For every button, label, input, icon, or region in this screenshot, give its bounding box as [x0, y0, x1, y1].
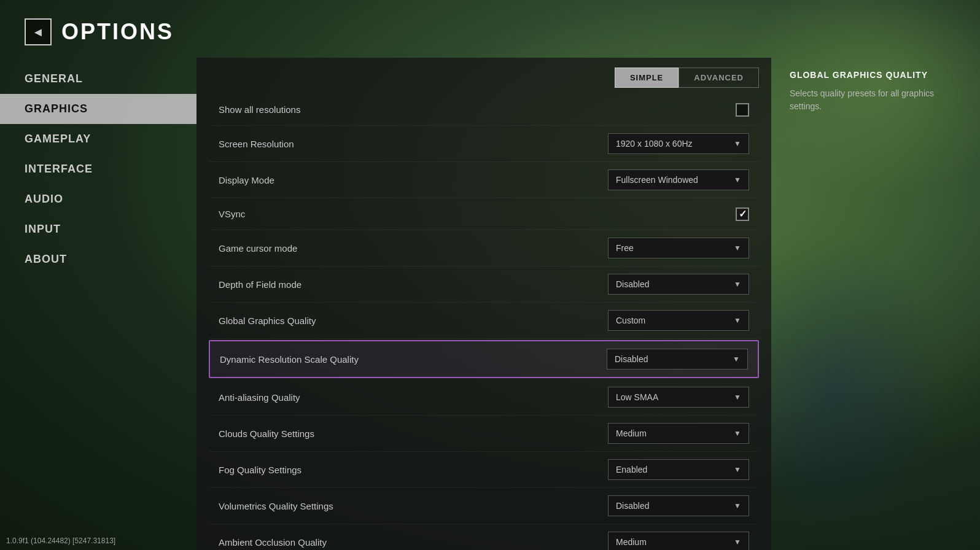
tab-bar: SIMPLE ADVANCED — [196, 58, 771, 88]
setting-row-fog-quality-settings: Fog Quality Settings Enabled ▼ — [209, 452, 759, 488]
page-title: OPTIONS — [61, 19, 174, 45]
dropdown-dynamic-resolution-scale-quality[interactable]: Disabled ▼ — [607, 349, 748, 370]
tab-advanced[interactable]: ADVANCED — [679, 68, 759, 88]
setting-row-anti-aliasing-quality: Anti-aliasing Quality Low SMAA ▼ — [209, 379, 759, 416]
dropdown-anti-aliasing-quality[interactable]: Low SMAA ▼ — [608, 387, 749, 408]
setting-label-show-all-resolutions: Show all resolutions — [219, 104, 736, 115]
dropdown-game-cursor-mode[interactable]: Free ▼ — [608, 238, 749, 258]
setting-label-fog-quality-settings: Fog Quality Settings — [219, 465, 608, 475]
dropdown-fog-quality-settings[interactable]: Enabled ▼ — [608, 459, 749, 480]
setting-label-depth-of-field-mode: Depth of Field mode — [219, 279, 608, 290]
info-panel: GLOBAL GRAPHICS QUALITY Selects quality … — [771, 58, 980, 550]
checkbox-vsync[interactable] — [736, 207, 749, 221]
setting-label-vsync: VSync — [219, 209, 736, 219]
info-panel-title: GLOBAL GRAPHICS QUALITY — [790, 70, 962, 80]
chevron-down-icon: ▼ — [734, 538, 741, 546]
setting-label-game-cursor-mode: Game cursor mode — [219, 243, 608, 254]
dropdown-ambient-occlusion-quality[interactable]: Medium ▼ — [608, 532, 749, 550]
setting-label-anti-aliasing-quality: Anti-aliasing Quality — [219, 392, 608, 403]
dropdown-value-game-cursor-mode: Free — [616, 243, 634, 253]
setting-row-display-mode: Display Mode Fullscreen Windowed ▼ — [209, 162, 759, 198]
dropdown-display-mode[interactable]: Fullscreen Windowed ▼ — [608, 169, 749, 190]
setting-label-screen-resolution: Screen Resolution — [219, 139, 608, 149]
sidebar-item-audio[interactable]: AUDIO — [0, 184, 196, 214]
dropdown-value-display-mode: Fullscreen Windowed — [616, 175, 698, 185]
setting-row-ambient-occlusion-quality: Ambient Occlusion Quality Medium ▼ — [209, 524, 759, 550]
setting-row-dynamic-resolution-scale-quality: Dynamic Resolution Scale Quality Disable… — [209, 340, 759, 378]
setting-row-depth-of-field-mode: Depth of Field mode Disabled ▼ — [209, 266, 759, 303]
dropdown-depth-of-field-mode[interactable]: Disabled ▼ — [608, 274, 749, 295]
setting-label-display-mode: Display Mode — [219, 175, 608, 185]
setting-row-game-cursor-mode: Game cursor mode Free ▼ — [209, 230, 759, 266]
setting-row-show-all-resolutions: Show all resolutions — [209, 94, 759, 126]
sidebar-item-graphics[interactable]: GRAPHICS — [0, 94, 196, 124]
chevron-down-icon: ▼ — [734, 393, 741, 401]
dropdown-volumetrics-quality-settings[interactable]: Disabled ▼ — [608, 495, 749, 516]
info-panel-text: Selects quality presets for all graphics… — [790, 87, 962, 113]
back-icon: ◄ — [32, 25, 44, 39]
dropdown-value-fog-quality-settings: Enabled — [616, 465, 647, 474]
setting-row-global-graphics-quality: Global Graphics Quality Custom ▼ — [209, 303, 759, 339]
chevron-down-icon: ▼ — [734, 139, 741, 148]
dropdown-value-screen-resolution: 1920 x 1080 x 60Hz — [616, 139, 693, 149]
setting-label-ambient-occlusion-quality: Ambient Occlusion Quality — [219, 537, 608, 548]
sidebar-item-gameplay[interactable]: GAMEPLAY — [0, 124, 196, 154]
setting-row-volumetrics-quality-settings: Volumetrics Quality Settings Disabled ▼ — [209, 488, 759, 524]
dropdown-value-volumetrics-quality-settings: Disabled — [616, 501, 649, 511]
setting-label-global-graphics-quality: Global Graphics Quality — [219, 316, 608, 326]
dropdown-value-depth-of-field-mode: Disabled — [616, 279, 649, 289]
chevron-down-icon: ▼ — [734, 280, 741, 289]
sidebar-item-interface[interactable]: INTERFACE — [0, 154, 196, 184]
chevron-down-icon: ▼ — [734, 429, 741, 438]
sidebar-item-input[interactable]: INPUT — [0, 214, 196, 244]
chevron-down-icon: ▼ — [734, 502, 741, 510]
dropdown-value-global-graphics-quality: Custom — [616, 316, 645, 325]
dropdown-value-clouds-quality-settings: Medium — [616, 428, 647, 438]
chevron-down-icon: ▼ — [734, 176, 741, 184]
setting-row-screen-resolution: Screen Resolution 1920 x 1080 x 60Hz ▼ — [209, 126, 759, 162]
dropdown-value-ambient-occlusion-quality: Medium — [616, 537, 647, 547]
tab-simple[interactable]: SIMPLE — [615, 68, 679, 88]
sidebar-item-general[interactable]: GENERAL — [0, 64, 196, 94]
setting-row-vsync: VSync — [209, 198, 759, 230]
setting-label-volumetrics-quality-settings: Volumetrics Quality Settings — [219, 501, 608, 511]
dropdown-value-anti-aliasing-quality: Low SMAA — [616, 392, 658, 402]
chevron-down-icon: ▼ — [734, 316, 741, 325]
dropdown-clouds-quality-settings[interactable]: Medium ▼ — [608, 423, 749, 444]
checkbox-show-all-resolutions[interactable] — [736, 103, 749, 117]
sidebar: GENERAL GRAPHICS GAMEPLAY INTERFACE AUDI… — [0, 58, 196, 550]
center-panel: SIMPLE ADVANCED Show all resolutions Scr… — [196, 58, 771, 550]
settings-list: Show all resolutions Screen Resolution 1… — [196, 88, 771, 550]
dropdown-global-graphics-quality[interactable]: Custom ▼ — [608, 310, 749, 331]
setting-row-clouds-quality-settings: Clouds Quality Settings Medium ▼ — [209, 416, 759, 452]
chevron-down-icon: ▼ — [733, 355, 740, 363]
dropdown-value-dynamic-resolution-scale-quality: Disabled — [615, 354, 648, 364]
version-text: 1.0.9f1 (104.24482) [5247.31813] — [6, 536, 115, 545]
chevron-down-icon: ▼ — [734, 465, 741, 474]
sidebar-item-about[interactable]: ABOUT — [0, 244, 196, 274]
setting-label-dynamic-resolution-scale-quality: Dynamic Resolution Scale Quality — [220, 354, 607, 365]
back-button[interactable]: ◄ — [25, 18, 52, 45]
dropdown-screen-resolution[interactable]: 1920 x 1080 x 60Hz ▼ — [608, 133, 749, 154]
chevron-down-icon: ▼ — [734, 244, 741, 252]
setting-label-clouds-quality-settings: Clouds Quality Settings — [219, 428, 608, 439]
